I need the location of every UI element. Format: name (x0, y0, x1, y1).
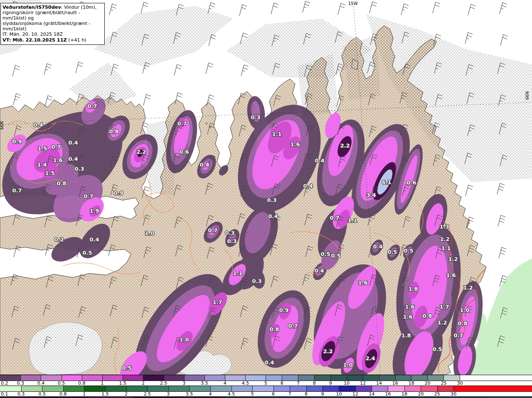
precip-value-label: 1.5 (45, 170, 54, 176)
precip-value-label: 0.7 (288, 323, 298, 329)
precip-value-label: 0.4 (373, 243, 382, 250)
scale-segment (204, 375, 225, 381)
precip-value-label: 1.1 (441, 245, 451, 251)
precip-value-label: 1.0 (179, 337, 189, 343)
precip-value-label: 2.2 (136, 149, 146, 155)
scale-tick-label: 1 (83, 392, 86, 396)
precip-value-label: 0.4 (264, 359, 274, 366)
precip-value-label: 0.3 (251, 114, 260, 120)
scale-segment (164, 375, 184, 381)
title-box: Veðurstofan/IS750dev: Vindur (10m), rign… (0, 3, 105, 45)
scale-tick-label: 7 (297, 381, 300, 386)
scale-segment (102, 375, 123, 381)
precip-value-label: 2.2 (340, 142, 350, 149)
title-line-2: rigning/skúrir (grænt/blátt/rautt - mm/1… (2, 10, 102, 21)
precip-value-label: 0.5 (404, 248, 413, 254)
scale-tick-label: 0.1 (1, 392, 8, 396)
scale-segment (339, 386, 355, 391)
precip-value-label: 1.1 (347, 217, 357, 224)
scale-segment (427, 375, 443, 381)
precip-value-label: 1.3 (439, 224, 449, 230)
precip-value-label: 1.2 (448, 256, 458, 262)
scale-tick-label: 9 (321, 392, 324, 396)
precip-value-label: 0.3 (74, 166, 84, 172)
scale-tick-label: 1 (101, 381, 104, 386)
precip-value-label: 0.4 (89, 236, 99, 243)
precip-value-label: 0.8 (57, 180, 66, 187)
scale-segment (20, 375, 41, 381)
scale-segment (84, 386, 105, 391)
scale-segment (443, 375, 460, 381)
scale-tick-label: 4.5 (228, 392, 235, 396)
precip-value-label: 0.2 (54, 236, 64, 243)
precip-value-label: 1.0 (343, 362, 352, 368)
scale-tick-label: 3.5 (201, 381, 208, 386)
precip-value-label: 0.7 (12, 187, 22, 194)
scale-segment (168, 386, 190, 391)
scale-segment (437, 386, 453, 391)
precip-value-label: 0.5 (82, 250, 92, 256)
precip-value-label: 0.5 (331, 253, 340, 259)
precip-value-label: 0.7 (177, 120, 187, 127)
scale-tick-label: 5 (251, 392, 254, 396)
scale-tick-label: 6 (272, 392, 275, 396)
precip-value-label: 0.4 (68, 140, 78, 146)
precip-value-label: 0.7 (51, 144, 61, 150)
scale-segment (123, 375, 143, 381)
precip-value-label: 1.9 (89, 208, 99, 214)
title-line-3: slydda/snjókoma (grátt/bleikt/grænt - mm… (2, 21, 102, 32)
scale-tick-label: 3 (167, 392, 170, 396)
rain-scale-bar (0, 386, 532, 391)
scale-tick-label: 14 (376, 381, 382, 386)
scale-segment (355, 386, 372, 391)
scale-segment (411, 375, 427, 381)
scale-segment (453, 386, 532, 391)
precip-value-label: 0.3 (252, 278, 261, 284)
precip-value-label: 0.4 (268, 213, 278, 219)
scale-tick-label: 20 (425, 381, 431, 386)
scale-segment (105, 386, 126, 391)
scale-tick-label: 7 (288, 392, 291, 396)
sleet-snow-scale-bar (0, 375, 532, 381)
scale-tick-label: 6 (281, 381, 283, 386)
scale-segment (147, 386, 168, 391)
precip-value-label: 0.8 (269, 326, 279, 332)
scale-tick-label: 10 (336, 392, 342, 396)
precip-value-label: 0.4 (33, 122, 43, 128)
scale-tick-label: 3 (182, 381, 185, 386)
scale-segment (314, 375, 330, 381)
precip-value-label: 0.7 (84, 193, 93, 199)
title-line-1: Veðurstofan/IS750dev: Vindur (10m), (2, 5, 102, 10)
scale-segment (63, 386, 84, 391)
precip-value-label: 0.5 (122, 365, 131, 371)
precip-value-label: 0.4 (303, 183, 313, 189)
precip-value-label: 1.6 (53, 157, 62, 163)
scale-tick-label: 16 (392, 381, 398, 386)
parallel-label-66n-right: 66N (525, 91, 530, 100)
scale-segment (460, 375, 532, 381)
precip-value-label: 2.2 (323, 348, 332, 354)
scale-tick-label: 4.5 (242, 381, 249, 386)
precip-value-label: 1.7 (439, 304, 449, 310)
scale-tick-label: 0.4 (37, 381, 45, 386)
precip-value-label: 1.8 (408, 286, 418, 292)
scale-segment (379, 375, 395, 381)
scale-tick-label: 0.3 (17, 392, 25, 396)
scale-segment (245, 375, 266, 381)
scale-tick-label: 14 (369, 392, 374, 396)
scale-tick-label: 0.8 (59, 392, 67, 396)
precip-value-label: 1.2 (463, 285, 473, 291)
precip-value-label: 0.7 (208, 227, 217, 233)
precip-value-label: 0.9 (113, 190, 123, 196)
precip-value-label: 1.1 (272, 131, 281, 137)
precip-value-label: 0.4 (315, 157, 324, 164)
scale-tick-label: 0.5 (58, 381, 65, 386)
precip-value-label: 1.1 (233, 270, 242, 276)
scale-tick-label: 10 (344, 381, 350, 386)
scale-tick-label: 30 (457, 381, 463, 386)
precip-value-label: 0.7 (330, 215, 339, 221)
scale-segment (323, 386, 339, 391)
scale-segment (62, 375, 82, 381)
scale-segment (421, 386, 437, 391)
scale-segment (363, 375, 379, 381)
